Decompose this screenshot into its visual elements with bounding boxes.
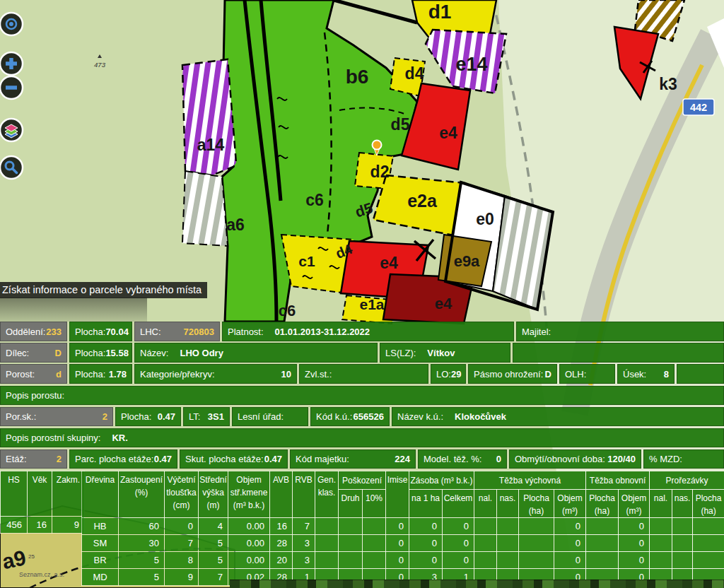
body-cell bbox=[363, 552, 386, 569]
info-row: Etáž:2Parc. plocha etáže:0.47Skut. ploch… bbox=[0, 449, 724, 469]
field-blank bbox=[513, 343, 724, 363]
body-cell: 3 bbox=[293, 535, 315, 552]
field-label: Název k.ú.: bbox=[397, 411, 443, 422]
header-cell: Zakm. bbox=[52, 471, 85, 517]
field-value: 0.47 bbox=[158, 411, 175, 422]
header-cell: nas. bbox=[672, 490, 693, 518]
field-mzd: % MZD: bbox=[643, 449, 724, 469]
header-cell: Výčetní tloušťka (cm) bbox=[165, 471, 199, 518]
body-cell: 0 bbox=[409, 552, 443, 569]
field-label: Dílec: bbox=[6, 348, 29, 358]
field-label: LO: bbox=[436, 369, 451, 380]
body-cell: 8 bbox=[165, 552, 199, 569]
field-value: Vítkov bbox=[427, 348, 455, 358]
road-shield: 442 bbox=[683, 99, 714, 115]
field-value: 10 bbox=[281, 369, 291, 380]
species-cell: MD bbox=[82, 569, 119, 586]
body-cell: 9 bbox=[165, 569, 199, 586]
parcel-label-c6: c6 bbox=[279, 302, 296, 319]
zoom-out-button[interactable] bbox=[0, 76, 23, 99]
field-value: D bbox=[55, 348, 62, 358]
info-row: Porost:dPlocha:1.78Kategorie/překryv:10Z… bbox=[0, 364, 724, 384]
field-label: Úsek: bbox=[623, 369, 646, 380]
body-cell: 0.00 bbox=[228, 552, 270, 569]
info-row: Popis porostu: bbox=[0, 386, 724, 405]
body-cell bbox=[497, 518, 519, 535]
body-cell bbox=[672, 552, 693, 569]
field-dilec: Dílec:D bbox=[0, 343, 67, 363]
parcel-label-e2a: e2a bbox=[407, 191, 438, 211]
field-label: Kód k.ú.: bbox=[316, 411, 352, 422]
app-window: 473 442 b6d1d4e14d5e4d2c6d5a6e2ae0e9ac1d… bbox=[0, 0, 724, 588]
field-plocha-dilec: Plocha:15.58 bbox=[69, 343, 132, 363]
field-zvl-st: Zvl.st.: bbox=[299, 364, 428, 384]
stand-a14 bbox=[182, 59, 236, 175]
field-plocha-porost: Plocha:1.78 bbox=[69, 364, 132, 384]
body-cell bbox=[315, 552, 339, 569]
field-platnost: Platnost:01.01.2013-31.12.2022 bbox=[222, 322, 514, 341]
header-cell: Zastoupení (%) bbox=[119, 471, 165, 518]
info-row: Popis porostní skupiny:KR. bbox=[0, 428, 724, 447]
body-cell: 5 bbox=[119, 569, 165, 586]
body-cell bbox=[363, 518, 386, 535]
panorama-strip[interactable] bbox=[230, 580, 724, 588]
header-cell: Poškození bbox=[339, 471, 386, 490]
info-row: Por.sk.:2Plocha:0.47LT:3S1Lesní úřad:Kód… bbox=[0, 407, 724, 426]
field-kod-majetku: Kód majetku:224 bbox=[290, 449, 416, 469]
field-model-tez: Model. těž. %:0 bbox=[418, 449, 507, 469]
field-label: LHC: bbox=[140, 327, 161, 337]
species-cell: HB bbox=[82, 518, 119, 535]
parcel-label-c6: c6 bbox=[305, 191, 324, 209]
header-cell: HS bbox=[1, 471, 28, 517]
header-cell: Objem stř.kmene (m³ b.k.) bbox=[228, 471, 270, 518]
field-nazev-ku: Název k.ú.:Klokočůvek bbox=[392, 407, 724, 426]
field-label: Plocha: bbox=[75, 327, 105, 337]
field-label: Zvl.st.: bbox=[305, 369, 332, 380]
field-label: Kód majetku: bbox=[296, 454, 349, 464]
parcel-label-a6: a6 bbox=[226, 216, 245, 234]
header-cell: Druh bbox=[339, 490, 363, 518]
header-cell: Dřevina bbox=[82, 471, 119, 518]
field-value: LHO Odry bbox=[180, 348, 223, 358]
field-value: Klokočůvek bbox=[455, 411, 506, 422]
body-cell: 0 bbox=[443, 552, 474, 569]
body-cell: 7 bbox=[199, 569, 228, 586]
field-value: 0.47 bbox=[264, 454, 282, 464]
body-cell: 0 bbox=[619, 552, 650, 569]
body-cell bbox=[363, 535, 386, 552]
layers-button[interactable] bbox=[0, 119, 23, 141]
panel-title: Získat informace o parcele vybraného mís… bbox=[0, 282, 207, 298]
map-attribution: Seznam.cz, a.s. bbox=[19, 571, 64, 578]
field-label: Oddělení: bbox=[6, 327, 45, 337]
stand-summary-table: HSVěkZakm. 456169 bbox=[0, 471, 85, 534]
body-cell: 0 bbox=[443, 518, 474, 535]
body-cell: 0 bbox=[619, 535, 650, 552]
body-cell bbox=[519, 518, 554, 535]
field-value: 0.47 bbox=[154, 454, 172, 464]
field-value: 720803 bbox=[184, 327, 214, 337]
zoom-in-button[interactable] bbox=[0, 52, 23, 75]
parcel-label-d5: d5 bbox=[391, 115, 410, 134]
locate-button[interactable] bbox=[0, 13, 23, 35]
body-cell bbox=[497, 535, 519, 552]
field-value: d bbox=[56, 369, 62, 380]
field-label: Porost: bbox=[6, 369, 35, 380]
header-cell: Objem (m³) bbox=[619, 490, 650, 518]
body-cell: 16 bbox=[270, 518, 293, 535]
field-pasmo-ohrozeni: Pásmo ohrožení:D bbox=[468, 364, 557, 384]
body-cell bbox=[586, 535, 619, 552]
species-cell: SM bbox=[82, 535, 119, 552]
search-button[interactable] bbox=[0, 156, 23, 179]
header-cell: RVB bbox=[293, 471, 315, 518]
field-value: 1.78 bbox=[109, 369, 127, 380]
body-cell bbox=[519, 552, 554, 569]
field-popis-porostni-skupiny: Popis porostní skupiny:KR. bbox=[0, 428, 724, 447]
body-cell bbox=[474, 552, 497, 569]
info-row: Dílec:DPlocha:15.58Název:LHO OdryLS(LZ):… bbox=[0, 343, 724, 363]
parcel-label-a14: a14 bbox=[197, 136, 225, 154]
parcel-label-e14: e14 bbox=[455, 54, 487, 75]
field-label: Kategorie/překryv: bbox=[140, 369, 215, 380]
body-cell: 0 bbox=[554, 535, 586, 552]
body-cell: 0 bbox=[443, 535, 474, 552]
body-cell: 0 bbox=[386, 518, 409, 535]
